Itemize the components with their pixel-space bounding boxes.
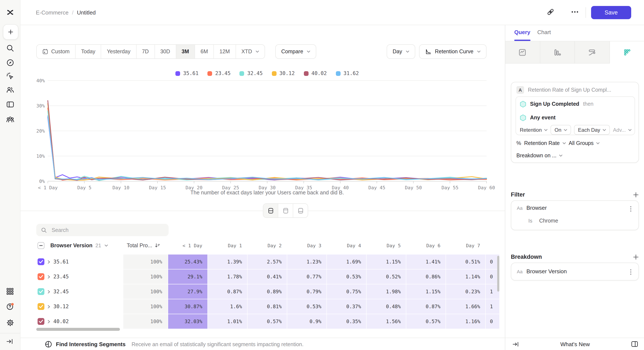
day-column-header[interactable]: Day 1: [208, 243, 247, 248]
range-7d[interactable]: 7D: [136, 45, 155, 58]
filter-card[interactable]: Aa Browser Is Chrome: [511, 200, 639, 230]
retention-cell[interactable]: 0.48%: [366, 299, 406, 314]
retention-cell[interactable]: 0.75%: [327, 284, 366, 299]
range-6m[interactable]: 6M: [195, 45, 214, 58]
retention-cell[interactable]: 0.52%: [366, 269, 406, 284]
settings-gear-icon[interactable]: [6, 319, 14, 327]
range-yesterday[interactable]: Yesterday: [101, 45, 136, 58]
retention-cell[interactable]: 0.53%: [327, 269, 366, 284]
row-checkbox[interactable]: [38, 273, 44, 280]
row-label[interactable]: 30.12: [53, 304, 69, 310]
retention-cell[interactable]: 0.9%: [287, 314, 326, 329]
tab-query[interactable]: Query: [514, 29, 530, 35]
retention-cell[interactable]: 1.56%: [366, 314, 406, 329]
table-vertical-scrollbar[interactable]: [497, 256, 499, 292]
retention-cell[interactable]: 1.14%: [446, 269, 485, 284]
report-tab-retention[interactable]: [610, 41, 644, 63]
retention-cell[interactable]: 0.35%: [327, 314, 366, 329]
table-horizontal-scrollbar[interactable]: [36, 328, 120, 331]
row-label[interactable]: 35.61: [53, 259, 69, 265]
retention-line-chart[interactable]: 0%10%20%30%40%< 1 DayDay 5Day 10Day 15Da…: [20, 78, 505, 193]
filter-property[interactable]: Browser: [526, 205, 547, 211]
retention-cell[interactable]: 27.9%: [168, 284, 208, 299]
retention-cell[interactable]: 0.37%: [327, 299, 366, 314]
range-custom[interactable]: Custom: [37, 45, 76, 58]
report-tab-flows[interactable]: [575, 41, 610, 63]
range-xtd[interactable]: XTD: [236, 45, 264, 58]
retention-cell[interactable]: 29.1%: [168, 269, 208, 284]
retention-cell[interactable]: 1.01%: [208, 314, 247, 329]
chart-only-view-button[interactable]: [278, 204, 293, 217]
expand-sidebar-icon[interactable]: [6, 338, 14, 346]
legend-item[interactable]: 23.45: [208, 70, 231, 76]
row-label[interactable]: 23.45: [53, 274, 69, 280]
retention-cell[interactable]: 0.57%: [406, 314, 446, 329]
retention-cell[interactable]: 2.57%: [248, 254, 287, 269]
on-dropdown[interactable]: On: [551, 125, 571, 135]
add-breakdown-icon[interactable]: [633, 254, 639, 260]
copy-link-icon[interactable]: [546, 8, 556, 17]
day-column-header[interactable]: Day 7: [446, 243, 485, 248]
layout-panel-icon[interactable]: [631, 340, 638, 348]
help-icon[interactable]: [6, 302, 14, 311]
mixpanel-logo-icon[interactable]: [6, 8, 14, 17]
users-icon[interactable]: [6, 86, 14, 94]
whats-new-link[interactable]: What's New: [520, 341, 631, 347]
range-today[interactable]: Today: [76, 45, 101, 58]
retention-cell[interactable]: 1.15%: [366, 254, 406, 269]
breakdown-on-dropdown[interactable]: Breakdown on ...: [516, 153, 562, 159]
day-column-header[interactable]: Day 6: [406, 243, 446, 248]
day-column-header[interactable]: < 1 Day: [168, 243, 208, 248]
range-30d[interactable]: 30D: [155, 45, 176, 58]
breakdown-card[interactable]: Aa Browser Version: [511, 263, 639, 281]
retention-cell[interactable]: 0.87%: [406, 299, 446, 314]
report-tab-funnels[interactable]: [540, 41, 575, 63]
retention-cell[interactable]: 1.66%: [446, 299, 485, 314]
retention-cell[interactable]: 0.23%: [446, 284, 485, 299]
row-checkbox[interactable]: [38, 303, 44, 310]
retention-cell[interactable]: 1.98%: [366, 284, 406, 299]
kebab-menu-icon[interactable]: [628, 269, 634, 275]
retention-cell[interactable]: 1.16%: [446, 314, 485, 329]
compare-button[interactable]: Compare: [275, 44, 316, 59]
retention-cell[interactable]: 0.41%: [248, 269, 287, 284]
breadcrumb-report-title[interactable]: Untitled: [77, 9, 96, 16]
table-only-view-button[interactable]: [293, 204, 308, 217]
retention-cell[interactable]: 0.57%: [248, 314, 287, 329]
filter-condition[interactable]: Is Chrome: [528, 218, 558, 224]
total-column-header[interactable]: Total Pro...: [127, 243, 152, 249]
legend-item[interactable]: 31.62: [336, 70, 359, 76]
sort-icon[interactable]: [155, 243, 160, 248]
group-column-header[interactable]: Browser Version: [50, 243, 92, 249]
boards-icon[interactable]: [6, 100, 14, 109]
create-new-button[interactable]: [3, 24, 18, 40]
event-step-1[interactable]: Sign Up Completed then: [520, 101, 594, 108]
retention-cell[interactable]: 0.89%: [248, 284, 287, 299]
row-checkbox[interactable]: [38, 288, 44, 295]
advanced-dropdown[interactable]: Adv...: [613, 127, 632, 133]
collapse-panel-icon[interactable]: [512, 341, 520, 348]
find-segments-link[interactable]: Find Interesting Segments: [56, 341, 126, 348]
retention-cell[interactable]: 1.69%: [327, 254, 366, 269]
explore-compass-icon[interactable]: [6, 58, 14, 67]
granularity-dropdown[interactable]: Day: [387, 44, 415, 59]
retention-cell[interactable]: 0.51%: [446, 254, 485, 269]
add-filter-icon[interactable]: [633, 192, 639, 198]
search-nav-icon[interactable]: [6, 44, 14, 52]
save-button[interactable]: Save: [591, 6, 631, 19]
events-cursor-icon[interactable]: [6, 72, 14, 81]
retention-cell[interactable]: 0.87%: [208, 284, 247, 299]
cohorts-icon[interactable]: [6, 116, 14, 124]
retention-cell[interactable]: 1.6%: [208, 299, 247, 314]
retention-cell[interactable]: 1.15%: [406, 284, 446, 299]
each-day-dropdown[interactable]: Each Day: [574, 125, 610, 135]
query-title-row[interactable]: A Retention Rate of Sign Up Compl...: [516, 86, 611, 94]
breadcrumb-board[interactable]: E-Commerce: [36, 9, 68, 16]
kebab-menu-icon[interactable]: [628, 205, 634, 212]
retention-cell[interactable]: 1.41%: [406, 254, 446, 269]
report-tab-insights[interactable]: [505, 41, 540, 63]
groups-dropdown[interactable]: All Groups: [569, 140, 600, 146]
row-label[interactable]: 40.02: [53, 319, 69, 325]
select-all-checkbox[interactable]: [38, 242, 44, 249]
retention-cell[interactable]: 1.23%: [287, 254, 326, 269]
